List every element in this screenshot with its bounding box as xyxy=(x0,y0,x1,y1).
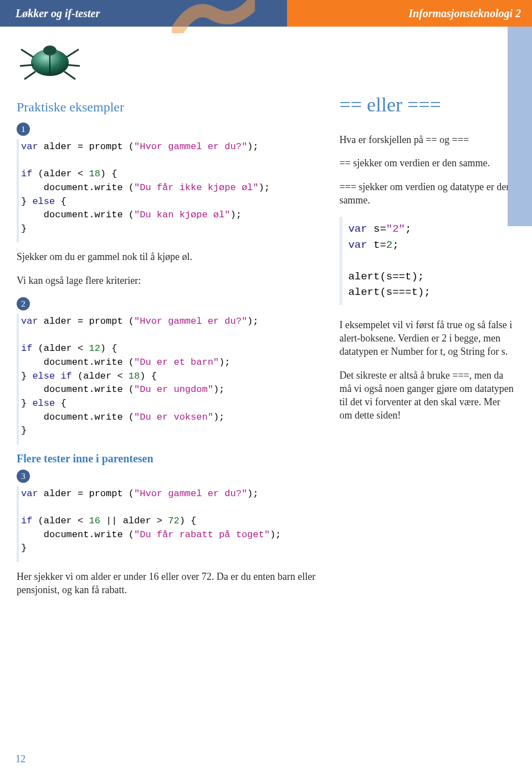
code-example-2: var alder = prompt ("Hvor gammel er du?"… xyxy=(17,314,323,445)
header-left: Løkker og if-tester xyxy=(0,0,287,27)
svg-line-5 xyxy=(20,65,33,66)
side-p4: I eksempelet vil vi først få true og så … xyxy=(339,318,515,359)
side-code-example: var s="2"; var t=2; alert(s==t); alert(s… xyxy=(339,217,515,305)
side-p3: === sjekker om verdien og datatype er de… xyxy=(339,180,515,207)
side-heading: == eller === xyxy=(339,93,515,116)
code-example-3: var alder = prompt ("Hvor gammel er du?"… xyxy=(17,486,323,562)
page-header: Løkker og if-tester Informasjonsteknolog… xyxy=(0,0,532,27)
svg-line-9 xyxy=(64,72,75,79)
side-column: == eller === Hva er forskjellen på == og… xyxy=(334,38,515,607)
paragraph-after-3: Her sjekker vi om alder er under 16 elle… xyxy=(17,570,323,597)
badge-2: 2 xyxy=(17,297,30,310)
svg-line-4 xyxy=(21,49,33,57)
svg-point-3 xyxy=(43,45,57,55)
page-number: 12 xyxy=(16,753,25,765)
content-row: Praktiske eksempler 1 var alder = prompt… xyxy=(0,27,532,624)
section-title: Praktiske eksempler xyxy=(17,100,323,115)
sub-title: Flere tester inne i parentesen xyxy=(17,452,323,465)
main-column: Praktiske eksempler 1 var alder = prompt… xyxy=(17,38,334,607)
header-left-text: Løkker og if-tester xyxy=(16,7,100,20)
paragraph-before-2: Vi kan også lage flere kriterier: xyxy=(17,274,323,287)
side-p5: Det sikreste er altså å bruke ===, men d… xyxy=(339,369,515,422)
svg-line-6 xyxy=(24,72,35,79)
side-p1: Hva er forskjellen på == og === xyxy=(339,133,515,146)
paragraph-after-1: Sjekker om du er gammel nok til å kjøpe … xyxy=(17,250,323,263)
header-right-text: Informasjonsteknologi 2 xyxy=(408,7,521,20)
right-margin-block xyxy=(508,27,532,226)
side-p2: == sjekker om verdien er den samme. xyxy=(339,156,515,170)
header-right: Informasjonsteknologi 2 xyxy=(287,0,532,27)
badge-1: 1 xyxy=(17,123,30,136)
badge-3: 3 xyxy=(17,470,30,483)
svg-line-7 xyxy=(66,49,79,57)
svg-line-8 xyxy=(66,65,80,66)
code-example-1: var alder = prompt ("Hvor gammel er du?"… xyxy=(17,139,323,242)
beetle-image xyxy=(17,38,83,83)
